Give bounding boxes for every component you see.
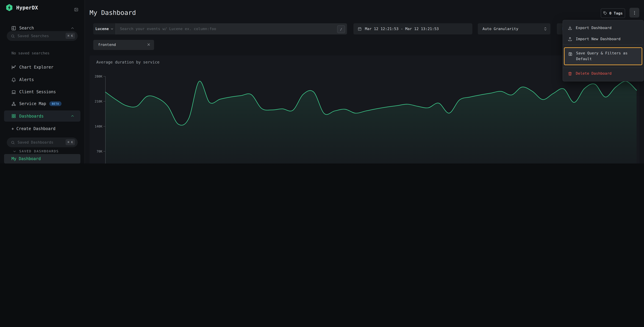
filter-chip-label: frontend [98, 42, 116, 47]
sidebar-collapse-icon[interactable] [74, 8, 78, 12]
kebab-menu-icon [632, 10, 637, 15]
search-placeholder: Search your events w/ Lucene ex. column:… [120, 27, 216, 31]
section-title: SAVED DASHBOARDS [19, 149, 59, 153]
search-icon [11, 34, 15, 38]
shortcut-badge: ⌘ K [66, 32, 75, 39]
menu-item-delete-dashboard[interactable]: Delete Dashboard [563, 68, 643, 79]
line-chart[interactable]: 070K140K210K280KMar 12 12:21:00 PM12:30:… [90, 56, 640, 164]
chevron-down-icon [110, 27, 114, 30]
brand-logo[interactable]: HyperDX [6, 4, 38, 12]
filter-chip-frontend[interactable]: frontend [93, 40, 154, 50]
sidebar-item-label: Alerts [19, 77, 34, 82]
bell-icon [11, 77, 16, 82]
sidebar-item-chart-explorer[interactable]: Chart Explorer [0, 62, 84, 72]
no-saved-searches-text: No saved searches [12, 51, 50, 56]
search-section-icon [11, 26, 16, 30]
chart-panel-avg-duration: Average duration by service 070K140K210K… [90, 56, 640, 164]
slash-shortcut-badge: / [337, 25, 345, 33]
sidebar-item-alerts[interactable]: Alerts [0, 75, 84, 85]
granularity-value: Auto Granularity [482, 27, 518, 31]
sidebar-item-label: Search [19, 26, 34, 30]
menu-item-import-dashboard[interactable]: Import New Dashboard [563, 34, 643, 44]
chevron-down-icon [13, 150, 16, 153]
sidebar-item-dashboards[interactable]: Dashboards [4, 110, 80, 122]
svg-text:70K: 70K [97, 150, 102, 153]
tags-button[interactable]: 0 Tags [601, 8, 625, 18]
chevron-up-icon [70, 26, 74, 30]
beta-badge: BETA [50, 101, 62, 106]
search-icon [11, 140, 15, 144]
upload-icon [568, 37, 572, 42]
saved-searches-input[interactable]: Saved Searches ⌘ K [7, 31, 78, 41]
section-saved-dashboards[interactable]: SAVED DASHBOARDS [13, 149, 59, 153]
sidebar-item-client-sessions[interactable]: Client Sessions [0, 87, 84, 97]
save-icon [568, 52, 573, 56]
granularity-select[interactable]: Auto Granularity [478, 23, 550, 34]
menu-item-label: Export Dashboard [576, 26, 612, 30]
date-range-value: Mar 12 12:21:53 - Mar 12 13:21:53 [365, 27, 439, 31]
date-range-picker[interactable]: Mar 12 12:21:53 - Mar 12 13:21:53 [354, 23, 472, 34]
trash-icon [568, 71, 572, 76]
menu-item-label: Import New Dashboard [576, 37, 620, 41]
sidebar-item-label: Service Map [19, 101, 46, 106]
hyperdx-logo-icon [6, 4, 13, 12]
sidebar-item-label: Chart Explorer [19, 65, 54, 70]
create-dashboard-button[interactable]: + Create Dashboard [12, 126, 56, 131]
sidebar: HyperDX Search Saved Searches ⌘ K No sav… [0, 0, 85, 164]
close-icon[interactable] [147, 42, 151, 46]
sidebar-item-service-map[interactable]: Service Map BETA [0, 99, 84, 109]
saved-dashboards-input[interactable]: Saved Dashboards ⌘ K [7, 138, 78, 147]
menu-divider [563, 44, 643, 45]
chart-explorer-icon [11, 65, 16, 70]
laptop-icon [11, 89, 16, 94]
saved-searches-placeholder: Saved Searches [18, 34, 49, 38]
sidebar-item-label: Dashboards [19, 114, 44, 118]
menu-item-label: Save Query & Filters as Default [576, 51, 638, 62]
chevron-up-icon [70, 114, 74, 118]
sidebar-item-label: Client Sessions [19, 90, 56, 94]
svg-text:140K: 140K [94, 124, 102, 128]
tags-label: 0 Tags [609, 11, 623, 15]
tag-icon [603, 11, 607, 15]
menu-item-save-default[interactable]: Save Query & Filters as Default [564, 47, 642, 65]
saved-dashboards-placeholder: Saved Dashboards [18, 140, 54, 144]
svg-text:280K: 280K [94, 74, 102, 78]
page-title: My Dashboard [90, 9, 136, 16]
query-language-select[interactable]: Lucene [93, 23, 116, 34]
query-language-label: Lucene [95, 27, 109, 31]
menu-item-export-dashboard[interactable]: Export Dashboard [563, 22, 643, 34]
svg-text:210K: 210K [94, 100, 102, 103]
download-icon [568, 26, 572, 30]
brand-name: HyperDX [16, 4, 38, 11]
dashboard-list-item-label: My Dashboard [12, 156, 41, 161]
dashboards-grid-icon [11, 114, 16, 118]
calendar-icon [358, 27, 362, 31]
select-updown-icon [544, 27, 547, 31]
service-map-icon [11, 101, 16, 106]
shortcut-badge: ⌘ K [66, 139, 75, 145]
app-window: HyperDX Search Saved Searches ⌘ K No sav… [0, 0, 644, 164]
dashboard-options-button[interactable] [630, 8, 639, 18]
menu-item-label: Delete Dashboard [576, 71, 612, 76]
dashboard-options-menu: Export Dashboard Import New Dashboard Sa… [562, 20, 644, 82]
event-search-input[interactable]: Lucene Search your events w/ Lucene ex. … [93, 23, 347, 34]
sidebar-item-my-dashboard[interactable]: My Dashboard [4, 154, 80, 164]
